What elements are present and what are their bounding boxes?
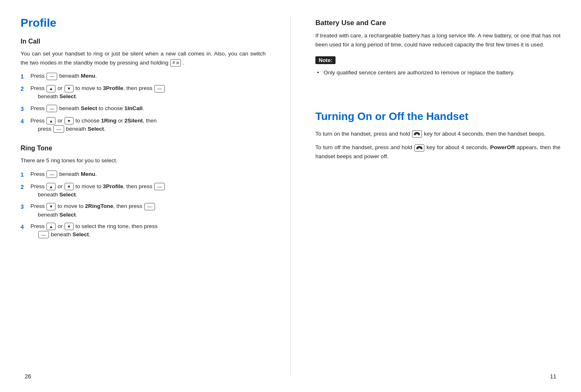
down-key-rt2b: ▼ [65,223,74,230]
right-column: Battery Use and Care If treated with car… [291,16,560,376]
incall-subtitle: In Call [21,38,266,45]
battery-title: Battery Use and Care [315,19,560,27]
incall-step-2: 2 Press ▲ or ▼ to move to 3Profile, then… [21,84,266,101]
menu-key-3: — [46,105,57,112]
note-label: Note: [315,56,336,64]
up-key-2: ▲ [46,117,56,125]
ringtone-step-1: 1 Press — beneath Menu. [21,170,266,179]
menu-key-rt2: — [154,183,165,190]
down-key-rt2: ▼ [46,203,56,210]
note-bullet-1: Only qualified service centers are autho… [317,68,560,77]
page-number-right: 11 [550,373,556,380]
menu-key-rt1: — [46,171,57,178]
down-key-rt1: ▼ [65,183,74,190]
ringtone-step-3: 3 Press ▼ to move to 2RingTone, then pre… [21,202,266,219]
end-key-on [412,130,422,138]
ringtone-step-4: 4 Press ▲ or ▼ to select the ring tone, … [21,222,266,239]
menu-key-4: — [53,125,64,133]
profile-title: Profile [21,16,266,30]
end-key-off [414,144,424,152]
menu-key-2: — [154,85,165,92]
note-bullet-list: Only qualified service centers are autho… [317,68,560,77]
up-key-rt2: ▲ [46,223,56,230]
left-column: Profile In Call You can set your handset… [21,16,291,376]
incall-step-3: 3 Press — beneath Select to choose 1InCa… [21,104,266,113]
down-key-1: ▼ [65,85,74,92]
turning-off-paragraph: To turn off the handset, press and hold … [315,143,560,161]
menu-key-rt3: — [144,203,155,210]
turning-title: Turning On or Off the Handset [315,110,560,123]
ringtone-steps: 1 Press — beneath Menu. 2 Press ▲ or ▼ t… [21,170,266,239]
hash-key: # a [170,59,181,67]
up-key-rt1: ▲ [46,183,56,190]
note-section: Note: Only qualified service centers are… [315,56,560,77]
battery-body: If treated with care, a rechargeable bat… [315,31,560,49]
menu-key-1: — [46,73,57,80]
incall-steps: 1 Press — beneath Menu. 2 Press ▲ or ▼ t… [21,72,266,133]
incall-step-4: 4 Press ▲ or ▼ to choose 1Ring or 2Silen… [21,117,266,134]
down-key-2: ▼ [65,117,74,125]
turning-on-paragraph: To turn on the handset, press and hold k… [315,129,560,138]
up-key-1: ▲ [46,85,56,92]
incall-step-1: 1 Press — beneath Menu. [21,72,266,81]
page-number-left: 26 [25,373,31,380]
ringtone-body: There are 5 ring tones for you to select… [21,156,266,165]
menu-key-rt4: — [38,231,49,238]
incall-body: You can set your handset to ring or just… [21,49,266,67]
ringtone-step-2: 2 Press ▲ or ▼ to move to 3Profile, then… [21,182,266,199]
ringtone-subtitle: Ring Tone [21,145,266,152]
